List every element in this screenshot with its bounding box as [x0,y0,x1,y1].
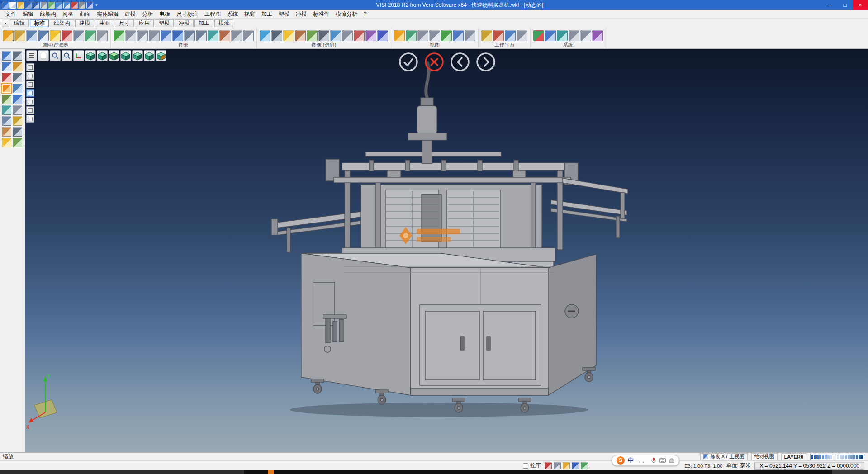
color-palette-icon[interactable] [533,30,544,41]
help-icon[interactable] [86,2,93,9]
menu-item[interactable]: 加工 [258,10,275,18]
snapshot-icon[interactable] [354,30,365,41]
eye-visibility-icon[interactable] [441,30,452,41]
view-cube-icon[interactable] [406,30,417,41]
ime-keyboard-icon[interactable] [659,458,666,463]
view-right-icon[interactable] [144,50,155,61]
layers-icon[interactable] [13,127,22,137]
menu-item[interactable]: 网格 [59,10,76,18]
previous-view-icon[interactable] [417,30,428,41]
perspective-icon[interactable] [196,30,207,41]
lock-checkbox[interactable] [523,463,528,469]
calculator-icon[interactable] [580,30,591,41]
delete-icon[interactable] [71,2,78,9]
capture-screen-icon[interactable] [545,462,552,469]
material-icon[interactable] [295,30,306,41]
solid-cube-icon[interactable] [13,95,22,104]
menu-item[interactable]: 文件 [2,10,19,18]
zoom-window-icon[interactable] [50,50,61,61]
open-file-icon[interactable] [17,2,24,9]
viewport-toggle-button-1[interactable] [26,63,34,71]
view-manager-icon[interactable] [465,30,475,41]
lock-toggle[interactable]: 拴牢 [523,462,541,469]
wireframe-mode-icon[interactable] [161,30,171,41]
menu-item[interactable]: 曲面 [76,10,94,18]
undo-icon[interactable] [56,2,62,9]
viewport[interactable]: Y X [25,49,868,452]
tab[interactable]: 加工 [194,19,213,27]
menu-item[interactable]: 建模 [122,10,139,18]
absolute-view-field[interactable]: 绝对视图 [751,453,778,460]
view-left-icon[interactable] [132,50,143,61]
reset-filter-icon[interactable] [97,30,108,41]
workplane-align-icon[interactable] [505,30,516,41]
viewport-toggle-button-6[interactable] [26,106,34,114]
sun-light-icon[interactable] [394,30,405,41]
attributes-brush-icon[interactable]: ▾ [3,30,14,41]
confirm-button[interactable] [398,52,418,72]
menu-item[interactable]: 分析 [139,10,156,18]
grid-icon[interactable] [79,2,85,9]
select-all-icon[interactable] [73,30,84,41]
ime-logo-icon[interactable]: S [617,456,625,465]
tab[interactable]: 建模 [75,19,94,27]
gear-tools-icon[interactable] [2,84,11,93]
shield-quality-icon[interactable] [377,30,388,41]
menu-item[interactable]: 尺寸标注 [173,10,201,18]
print-icon[interactable] [40,2,47,9]
zoom-all-icon[interactable] [125,30,136,41]
hand-pan-icon[interactable] [2,127,11,137]
plane-face-icon[interactable] [13,105,22,115]
next-button[interactable] [476,52,496,72]
hidden-line-icon[interactable] [184,30,195,41]
sphere-icon[interactable] [2,105,11,115]
menu-item[interactable]: 系统 [224,10,241,18]
tab[interactable]: 标准 [30,19,49,27]
menu-item[interactable]: 电极 [156,10,173,18]
view-back-icon[interactable] [120,50,131,61]
select-arrow-icon[interactable] [2,51,11,61]
zoom-window-icon[interactable] [137,30,148,41]
menu-item[interactable]: 模流分析 [332,10,360,18]
mask-elements-icon[interactable] [85,30,96,41]
tab-overflow-button[interactable]: ▾ [2,20,9,27]
ime-mic-icon[interactable] [651,457,656,464]
reflection-icon[interactable] [330,30,341,41]
magnet-snap-icon[interactable] [2,73,11,82]
help-icon[interactable] [572,462,579,469]
ime-punctuation-toggle[interactable]: ，。 [637,457,648,465]
globe-settings-icon[interactable] [557,30,568,41]
edit-pen-icon[interactable] [13,84,22,93]
tab[interactable]: 编辑 [10,19,29,27]
filter-layer-icon[interactable] [38,30,49,41]
menu-item[interactable]: ? [360,11,370,17]
axis-toggle-icon[interactable] [73,50,84,61]
display-list-icon[interactable] [38,50,49,61]
background-icon[interactable] [342,30,353,41]
tab[interactable]: 模流 [214,19,233,27]
full-screen-icon[interactable] [243,30,254,41]
layer-field[interactable]: LAYER0 [781,453,806,460]
chart-icon[interactable] [581,462,588,469]
monitor-settings-icon[interactable] [545,30,556,41]
view-mode-field[interactable]: 修改 XY 上视图 [700,453,748,460]
refresh-view-icon[interactable] [114,30,124,41]
animation-icon[interactable] [365,30,376,41]
view-top-icon[interactable] [109,50,119,61]
notebook-icon[interactable] [13,116,22,126]
zoom-select-icon[interactable] [554,462,561,469]
pan-view-icon[interactable] [149,30,160,41]
redo-icon[interactable] [63,2,70,9]
menu-item[interactable]: 编辑 [19,10,37,18]
tab[interactable]: 曲面 [95,19,114,27]
snap-grid-icon[interactable] [2,62,11,71]
tab[interactable]: 尺寸 [115,19,134,27]
workplane-axis-icon[interactable] [493,30,504,41]
section-view-icon[interactable] [219,30,230,41]
workplane-reset-icon[interactable] [517,30,527,41]
cancel-button[interactable] [424,52,444,72]
tab[interactable]: 线架构 [50,19,74,27]
tab[interactable]: 冲模 [175,19,194,27]
view-iso-icon[interactable] [85,50,96,61]
menu-item[interactable]: 塑模 [275,10,293,18]
